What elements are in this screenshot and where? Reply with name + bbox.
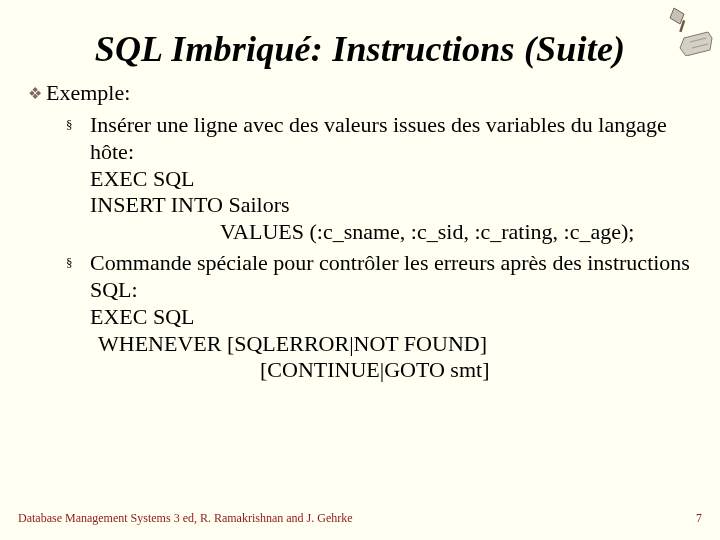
square-bullet-icon: § [66, 250, 90, 384]
whenever-lead: Commande spéciale pour contrôler les err… [90, 250, 692, 304]
bullet-exemple-text: Exemple: [46, 80, 692, 108]
footer-page-number: 7 [696, 511, 702, 526]
diamond-bullet-icon: ❖ [28, 80, 46, 108]
insert-lead: Insérer une ligne avec des valeurs issue… [90, 112, 692, 166]
footer-credit: Database Management Systems 3 ed, R. Ram… [18, 511, 353, 526]
bullet-whenever: § Commande spéciale pour contrôler les e… [66, 250, 692, 384]
whenever-exec: EXEC SQL [90, 304, 692, 331]
bullet-insert: § Insérer une ligne avec des valeurs iss… [66, 112, 692, 246]
slide: SQL Imbriqué: Instructions (Suite) ❖ Exe… [0, 0, 720, 540]
bullet-exemple: ❖ Exemple: [28, 80, 692, 108]
slide-body: ❖ Exemple: § Insérer une ligne avec des … [28, 80, 692, 384]
whenever-action: [CONTINUE|GOTO smt] [90, 357, 692, 384]
square-bullet-icon: § [66, 112, 90, 246]
insert-exec: EXEC SQL [90, 166, 692, 193]
svg-marker-3 [670, 8, 684, 24]
slide-title: SQL Imbriqué: Instructions (Suite) [28, 28, 692, 70]
bullet-whenever-body: Commande spéciale pour contrôler les err… [90, 250, 692, 384]
whenever-clause: WHENEVER [SQLERROR|NOT FOUND] [90, 331, 692, 358]
slide-footer: Database Management Systems 3 ed, R. Ram… [18, 511, 702, 526]
insert-into: INSERT INTO Sailors [90, 192, 692, 219]
bullet-insert-body: Insérer une ligne avec des valeurs issue… [90, 112, 692, 246]
insert-values: VALUES (:c_sname, :c_sid, :c_rating, :c_… [90, 219, 692, 246]
trowel-bricks-icon [650, 4, 714, 56]
